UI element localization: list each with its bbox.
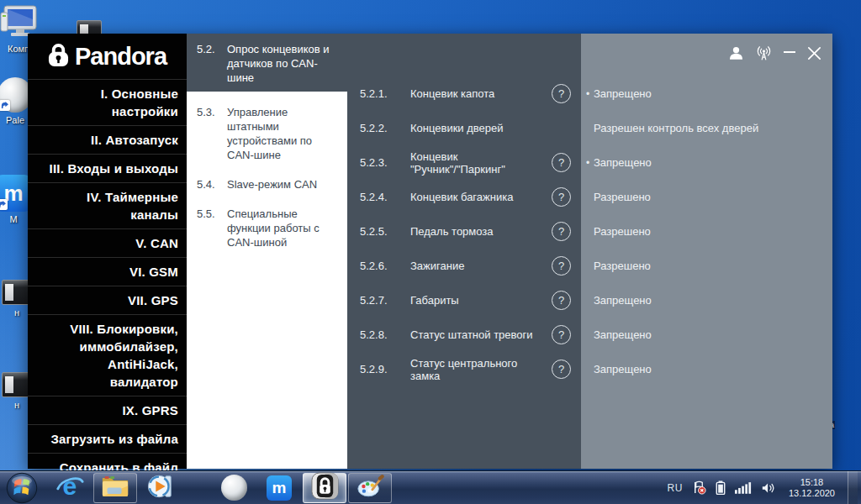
network-signal-icon[interactable]	[735, 481, 752, 494]
help-icon[interactable]: ?	[552, 360, 571, 379]
submenu-item-5-5-[interactable]: 5.5. Специальные функции работы с CAN-ши…	[187, 198, 347, 256]
sidebar-item-gprs[interactable]: IX. GPRS	[28, 396, 187, 425]
sidebar-item-autostart[interactable]: II. Автозапуск	[28, 126, 187, 155]
maxthon-button[interactable]: m	[257, 473, 301, 503]
system-tray: RU	[668, 471, 861, 504]
param-number: 5.2.1.	[360, 87, 410, 100]
param-label: Концевик "Ручник"/"Паркинг"	[410, 150, 552, 176]
param-value-row[interactable]: • Запрещено	[581, 76, 832, 111]
sidebar-item-main-settings[interactable]: I. Основные настройки	[28, 80, 187, 126]
tray-time: 15:18	[800, 477, 824, 487]
help-icon[interactable]: ?	[552, 222, 571, 241]
param-value-row[interactable]: Разрешено	[581, 249, 832, 283]
volume-icon[interactable]	[761, 481, 776, 495]
submenu-item-number: 5.3.	[197, 105, 227, 162]
pandora-logo: Pandora	[28, 34, 187, 79]
desktop-icon-label: Pale	[6, 115, 24, 125]
param-value: Запрещено	[594, 363, 652, 375]
sidebar-item-gsm[interactable]: VI. GSM	[28, 258, 187, 286]
help-icon[interactable]: ?	[552, 256, 571, 276]
media-player-button[interactable]	[139, 473, 182, 503]
desktop-icon-label: н	[14, 307, 19, 318]
user-icon[interactable]	[728, 45, 744, 61]
submenu-item-5-3-[interactable]: 5.3. Управление штатными устройствами по…	[187, 97, 347, 169]
sidebar-item-label: I. Основные настройки	[36, 85, 178, 120]
action-center-flag-icon[interactable]	[692, 480, 706, 495]
values-column: • Запрещено Разрешен контроль всех двере…	[581, 34, 832, 469]
values-rows: • Запрещено Разрешен контроль всех двере…	[581, 76, 832, 386]
param-value-row[interactable]: Разрешено	[581, 180, 832, 214]
shortcut-arrow-icon	[0, 199, 8, 210]
param-number: 5.2.9.	[360, 363, 410, 375]
submenu-item-5-2-[interactable]: 5.2. Опрос концевиков и датчиков по CAN-…	[187, 34, 347, 92]
param-number: 5.2.8.	[360, 328, 410, 341]
help-icon[interactable]: ?	[552, 84, 571, 103]
help-icon[interactable]: ?	[552, 325, 571, 344]
param-label: Концевик багажника	[410, 191, 552, 203]
sidebar-item-label: IX. GPRS	[36, 402, 178, 419]
start-button[interactable]	[5, 471, 39, 504]
param-value: Разрешено	[594, 260, 651, 272]
param-value-row[interactable]: Запрещено	[581, 352, 832, 386]
submenu-item-number: 5.4.	[197, 177, 227, 192]
param-value-row[interactable]: Запрещено	[581, 283, 832, 318]
submenu-column: 5.2. Опрос концевиков и датчиков по CAN-…	[187, 34, 347, 469]
sidebar-item-label: III. Входы и выходы	[36, 160, 178, 177]
param-value-row[interactable]: Запрещено	[581, 318, 832, 352]
paint-palette-icon	[356, 472, 384, 504]
maxthon-icon: m	[267, 475, 292, 501]
param-value-row[interactable]: • Запрещено	[581, 145, 832, 180]
paint-button[interactable]	[348, 473, 392, 503]
internet-explorer-button[interactable]: e	[48, 473, 92, 503]
antenna-icon[interactable]	[755, 45, 773, 62]
param-label: Габариты	[410, 294, 552, 307]
param-value-row[interactable]: Разрешено	[581, 214, 832, 249]
sidebar-item-load-file[interactable]: Загрузить из файла	[28, 425, 187, 454]
clock[interactable]: 15:18 13.12.2020	[789, 477, 835, 499]
language-indicator[interactable]: RU	[668, 482, 683, 494]
sidebar-item-label: II. Автозапуск	[36, 131, 178, 149]
sidebar-item-gps[interactable]: VII. GPS	[28, 286, 187, 315]
params-column: 5.2.1. Концевик капота ? 5.2.2. Концевик…	[347, 34, 581, 469]
param-row: 5.2.5. Педаль тормоза ?	[347, 214, 581, 249]
alarm-studio-button[interactable]	[303, 473, 346, 503]
padlock-icon	[48, 43, 69, 71]
palemoon-button[interactable]	[212, 473, 256, 503]
submenu-item-label: Опрос концевиков и датчиков по CAN-шине	[227, 42, 339, 85]
param-value: Запрещено	[594, 87, 652, 100]
sidebar: Pandora I. Основные настройки II. Автоза…	[28, 34, 187, 469]
param-number: 5.2.6.	[360, 260, 410, 272]
sidebar-item-label: V. CAN	[36, 234, 178, 252]
help-icon[interactable]: ?	[552, 187, 571, 207]
battery-icon[interactable]	[716, 480, 726, 495]
windows-explorer-button[interactable]	[93, 473, 137, 503]
submenu-item-5-4-[interactable]: 5.4. Slave-режим CAN	[187, 169, 347, 198]
taskbar-buttons: e	[47, 471, 393, 504]
submenu-item-number: 5.5.	[197, 207, 227, 249]
minimize-button[interactable]	[784, 51, 795, 55]
param-number: 5.2.4.	[360, 191, 410, 203]
sidebar-item-timer-channels[interactable]: IV. Таймерные каналы	[28, 183, 187, 229]
submenu-item-number: 5.2.	[197, 42, 227, 85]
param-row: 5.2.6. Зажигание ?	[347, 249, 581, 283]
param-label: Статус центрального замка	[410, 357, 552, 382]
param-label: Статус штатной тревоги	[410, 328, 552, 341]
desktop-icon-label: н	[14, 400, 19, 410]
close-button[interactable]	[806, 45, 822, 61]
param-value: Запрещено	[594, 328, 652, 341]
param-row: 5.2.4. Концевик багажника ?	[347, 180, 581, 214]
help-icon[interactable]: ?	[552, 153, 571, 172]
help-icon[interactable]: ?	[552, 291, 571, 310]
param-row: 5.2.3. Концевик "Ручник"/"Паркинг" ?	[347, 145, 581, 180]
sidebar-item-blocking[interactable]: VIII. Блокировки, иммобилайзер, AntiHiJa…	[28, 315, 187, 396]
sidebar-item-inputs-outputs[interactable]: III. Входы и выходы	[28, 155, 187, 183]
shortcut-arrow-icon	[0, 100, 10, 111]
show-desktop-button[interactable]	[848, 471, 858, 504]
param-number: 5.2.5.	[360, 225, 410, 238]
sidebar-item-label: VI. GSM	[36, 263, 178, 281]
submenu-item-label: Slave-режим CAN	[227, 177, 339, 192]
desktop-icon-label: Комп	[8, 44, 29, 54]
submenu-item-label: Управление штатными устройствами по CAN-…	[227, 105, 339, 162]
param-value-row[interactable]: Разрешен контроль всех дверей	[581, 111, 832, 145]
sidebar-item-can[interactable]: V. CAN	[28, 229, 187, 258]
